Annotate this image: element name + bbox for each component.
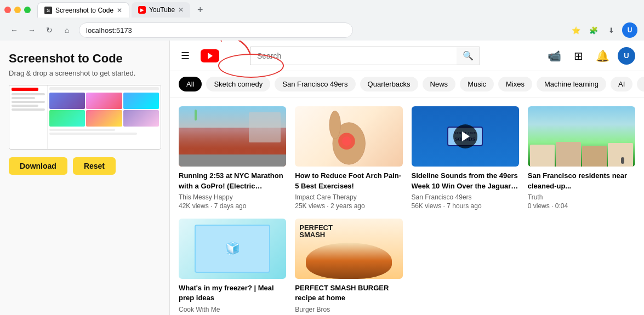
preview-thumbnails (49, 93, 159, 127)
browser-toolbar-icons: ⭐ 🧩 ⬇ U (569, 22, 637, 38)
video-channel-foot: Impact Care Therapy (295, 193, 402, 201)
sideline-thumb-bg: SIDELINE SOUNDS (412, 106, 519, 167)
yt-header-actions: 📹 ⊞ 🔔 U (545, 47, 635, 65)
video-card-foot[interactable]: How to Reduce Foot Arch Pain- 5 Best Exe… (295, 106, 402, 210)
video-title-sideline: Sideline Sounds from the 49ers Week 10 W… (412, 171, 519, 191)
tab-label-s2c: Screenshot to Code (55, 7, 113, 14)
tab-youtube[interactable]: ▶ YouTube ✕ (132, 2, 190, 18)
video-thumb-marathon (179, 106, 286, 167)
chip-quarterbacks[interactable]: Quarterbacks (360, 77, 418, 91)
video-channel-sf: Truth (528, 193, 635, 201)
nav-buttons: ← → ↻ ⌂ (7, 22, 75, 38)
chip-49ers[interactable]: San Francisco 49ers (275, 77, 355, 91)
preview-youtube-mock (9, 85, 161, 149)
tab-close-yt[interactable]: ✕ (178, 6, 184, 14)
traffic-lights (4, 7, 31, 13)
video-meta-foot: 25K views · 2 years ago (295, 202, 402, 210)
forward-button[interactable]: → (24, 22, 39, 38)
back-button[interactable]: ← (7, 22, 22, 38)
close-traffic-light[interactable] (4, 7, 11, 13)
video-card-marathon[interactable]: Running 2:53 at NYC Marathon with a GoPr… (179, 106, 286, 210)
freezer-thumb-bg: 🧊 (179, 219, 286, 279)
chip-sketch[interactable]: Sketch comedy (206, 77, 270, 91)
preview-thumb-6 (123, 110, 159, 127)
right-panel: ☰ 🔍 📹 ⊞ (170, 41, 644, 315)
profile-avatar[interactable]: U (622, 22, 637, 38)
chip-ai[interactable]: AI (611, 77, 632, 91)
burger-text-overlay: PERFECT SMASH (299, 224, 333, 238)
tab-favicon-s2c: S (44, 7, 52, 14)
svg-point-1 (329, 111, 340, 139)
burger-thumb-bg: PERFECT SMASH (295, 219, 402, 279)
chip-marathons[interactable]: Marathons (637, 77, 644, 91)
video-channel-freezer: Cook With Me (179, 306, 286, 313)
video-thumb-burger: PERFECT SMASH (295, 219, 402, 279)
video-meta-sideline: 56K views · 7 hours ago (412, 202, 519, 210)
yt-video-grid: Running 2:53 at NYC Marathon with a GoPr… (170, 98, 644, 313)
download-button[interactable]: Download (9, 157, 67, 175)
video-channel-sideline: San Francisco 49ers (412, 193, 519, 201)
yt-header: ☰ 🔍 📹 ⊞ (170, 41, 644, 71)
tab-close-s2c[interactable]: ✕ (117, 7, 122, 14)
main-layout: Screenshot to Code Drag & drop a screens… (0, 41, 644, 315)
chip-music[interactable]: Music (460, 77, 494, 91)
video-card-freezer[interactable]: 🧊 What's in my freezer? | Meal prep idea… (179, 219, 286, 313)
download-icon[interactable]: ⬇ (605, 24, 618, 37)
notifications-icon[interactable]: 🔔 (594, 47, 611, 65)
tab-bar: S Screenshot to Code ✕ ▶ YouTube ✕ + (0, 0, 644, 20)
app-title: Screenshot to Code (9, 51, 161, 66)
chip-ml[interactable]: Machine learning (537, 77, 606, 91)
yt-logo-icon (201, 49, 219, 62)
yt-search: 🔍 (250, 47, 480, 65)
yt-logo[interactable] (201, 49, 219, 62)
logo-area (201, 49, 219, 62)
url-text: localhost:5173 (86, 26, 132, 35)
left-panel: Screenshot to Code Drag & drop a screens… (0, 41, 170, 315)
bookmark-icon[interactable]: ⭐ (569, 24, 583, 37)
reload-button[interactable]: ↻ (42, 22, 57, 38)
foot-thumb-bg (295, 106, 402, 167)
video-thumb-sf (528, 106, 635, 167)
home-button[interactable]: ⌂ (59, 22, 75, 38)
chip-all[interactable]: All (179, 77, 202, 91)
video-title-burger: PERFECT SMASH BURGER recipe at home (295, 283, 402, 303)
video-meta-sf: 0 views · 0:04 (528, 202, 635, 210)
url-bar[interactable]: localhost:5173 (79, 22, 353, 38)
video-camera-icon[interactable]: 📹 (545, 47, 563, 65)
chip-mixes[interactable]: Mixes (498, 77, 532, 91)
new-tab-button[interactable]: + (192, 2, 208, 18)
preview-thumb-2 (86, 93, 122, 109)
search-input[interactable] (250, 47, 457, 65)
video-thumb-foot (295, 106, 402, 167)
action-buttons: Download Reset (9, 157, 161, 175)
tab-label-yt: YouTube (149, 6, 175, 14)
chip-news[interactable]: News (423, 77, 456, 91)
preview-image (9, 85, 161, 150)
search-button[interactable]: 🔍 (457, 47, 480, 65)
reset-button[interactable]: Reset (73, 157, 116, 175)
yt-chips: All Sketch comedy San Francisco 49ers Qu… (170, 71, 644, 98)
extensions-icon[interactable]: 🧩 (587, 24, 600, 37)
tab-screenshot-to-code[interactable]: S Screenshot to Code ✕ (37, 2, 129, 18)
video-card-sideline[interactable]: SIDELINE SOUNDS Sideline Sounds from the… (412, 106, 519, 210)
preview-thumb-3 (123, 93, 159, 109)
video-card-sf[interactable]: San Francisco residents near cleaned-up.… (528, 106, 635, 210)
video-title-foot: How to Reduce Foot Arch Pain- 5 Best Exe… (295, 171, 402, 191)
grid-apps-icon[interactable]: ⊞ (569, 47, 587, 65)
video-channel-burger: Burger Bros (295, 306, 402, 313)
minimize-traffic-light[interactable] (14, 7, 21, 13)
video-card-burger[interactable]: PERFECT SMASH PERFECT SMASH BURGER recip… (295, 219, 402, 313)
hamburger-icon[interactable]: ☰ (179, 48, 192, 64)
address-bar: ← → ↻ ⌂ localhost:5173 ⭐ 🧩 ⬇ U (0, 20, 644, 41)
preview-thumb-5 (86, 110, 122, 127)
video-thumb-sideline: SIDELINE SOUNDS (412, 106, 519, 167)
video-thumb-freezer: 🧊 (179, 219, 286, 279)
preview-sidebar (9, 85, 48, 149)
tab-favicon-yt: ▶ (138, 6, 146, 14)
video-title-freezer: What's in my freezer? | Meal prep ideas (179, 283, 286, 303)
user-avatar[interactable]: U (618, 47, 635, 65)
maximize-traffic-light[interactable] (24, 7, 31, 13)
app-subtitle: Drag & drop a screenshot to get started. (9, 69, 161, 77)
preview-content (48, 85, 161, 149)
svg-point-3 (342, 136, 351, 146)
